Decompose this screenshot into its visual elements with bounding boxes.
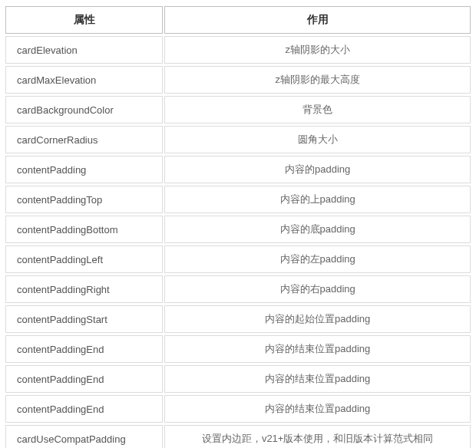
- cell-attr: contentPaddingEnd: [5, 365, 163, 393]
- table-row: contentPaddingEnd内容的结束位置padding: [5, 365, 471, 393]
- table-row: contentPaddingEnd内容的结束位置padding: [5, 335, 471, 363]
- table-row: contentPaddingTop内容的上padding: [5, 186, 471, 213]
- cell-attr: contentPaddingLeft: [5, 245, 163, 273]
- cell-desc: 圆角大小: [164, 126, 471, 153]
- cell-desc: 设置内边距，v21+版本使用，和旧版本计算范式相同: [164, 425, 471, 448]
- table-row: cardCornerRadius圆角大小: [5, 126, 471, 153]
- cell-desc: 内容的结束位置padding: [164, 365, 471, 393]
- cell-attr: cardBackgroundColor: [5, 96, 163, 124]
- cell-attr: cardUseCompatPadding: [5, 425, 163, 448]
- table-header-row: 属性 作用: [5, 6, 471, 34]
- table-row: cardUseCompatPadding设置内边距，v21+版本使用，和旧版本计…: [5, 425, 471, 448]
- table-row: contentPaddingStart内容的起始位置padding: [5, 305, 471, 333]
- header-attr: 属性: [5, 6, 163, 34]
- cell-desc: z轴阴影的最大高度: [164, 66, 471, 94]
- cell-attr: contentPaddingTop: [5, 186, 163, 213]
- cell-desc: 内容的结束位置padding: [164, 395, 471, 423]
- cell-attr: cardElevation: [5, 36, 163, 64]
- cell-attr: contentPaddingBottom: [5, 216, 163, 243]
- cell-desc: 内容的padding: [164, 156, 471, 183]
- cell-desc: 内容的左padding: [164, 245, 471, 273]
- cell-desc: 内容的起始位置padding: [164, 305, 471, 333]
- cell-desc: 内容的底padding: [164, 216, 471, 243]
- table-row: contentPaddingLeft内容的左padding: [5, 245, 471, 273]
- cell-attr: contentPaddingEnd: [5, 395, 163, 423]
- cell-desc: 内容的上padding: [164, 186, 471, 213]
- table-row: contentPadding内容的padding: [5, 156, 471, 183]
- table-row: contentPaddingBottom内容的底padding: [5, 216, 471, 243]
- attributes-table: 属性 作用 cardElevationz轴阴影的大小 cardMaxElevat…: [4, 4, 472, 448]
- cell-attr: contentPaddingStart: [5, 305, 163, 333]
- table-row: cardBackgroundColor背景色: [5, 96, 471, 124]
- cell-attr: cardMaxElevation: [5, 66, 163, 94]
- table-row: contentPaddingEnd内容的结束位置padding: [5, 395, 471, 423]
- cell-desc: 内容的结束位置padding: [164, 335, 471, 363]
- table-row: cardMaxElevationz轴阴影的最大高度: [5, 66, 471, 94]
- cell-attr: contentPaddingEnd: [5, 335, 163, 363]
- cell-attr: contentPaddingRight: [5, 275, 163, 303]
- cell-desc: 背景色: [164, 96, 471, 124]
- cell-desc: 内容的右padding: [164, 275, 471, 303]
- cell-attr: cardCornerRadius: [5, 126, 163, 153]
- table-row: cardElevationz轴阴影的大小: [5, 36, 471, 64]
- cell-attr: contentPadding: [5, 156, 163, 183]
- cell-desc: z轴阴影的大小: [164, 36, 471, 64]
- header-desc: 作用: [164, 6, 471, 34]
- table-row: contentPaddingRight内容的右padding: [5, 275, 471, 303]
